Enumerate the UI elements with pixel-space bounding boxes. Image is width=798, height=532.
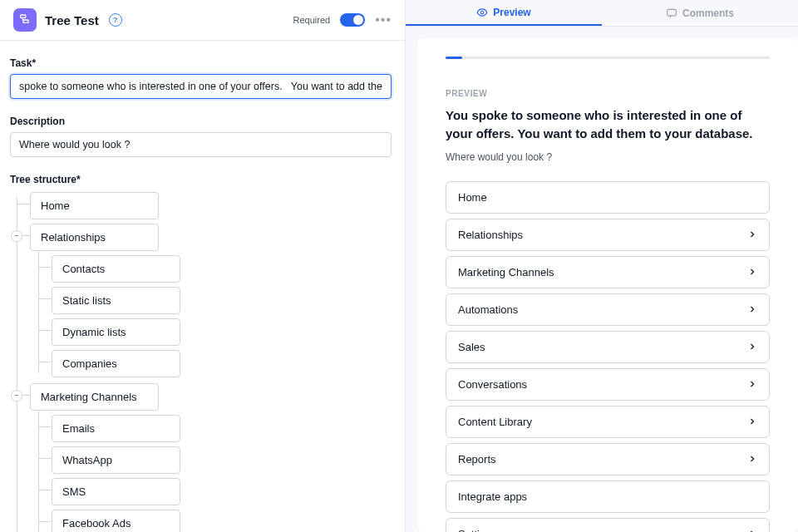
- tree-node-contacts[interactable]: Contacts: [52, 255, 180, 283]
- chevron-right-icon: [747, 267, 757, 277]
- chevron-right-icon: [747, 529, 757, 532]
- preview-item[interactable]: Content Library: [446, 406, 770, 438]
- preview-item[interactable]: Integrate apps: [446, 480, 770, 513]
- preview-item-label: Marketing Channels: [458, 266, 554, 278]
- tree-node-label: Emails: [62, 422, 95, 435]
- preview-item-label: Relationships: [458, 229, 523, 241]
- comment-icon: [666, 7, 677, 19]
- page-title: Tree Test: [45, 13, 99, 27]
- preview-item[interactable]: Relationships: [446, 219, 770, 251]
- preview-item[interactable]: Marketing Channels: [446, 256, 770, 288]
- preview-item-label: Automations: [458, 303, 518, 316]
- chevron-right-icon: [747, 304, 757, 314]
- preview-item-list: HomeRelationshipsMarketing ChannelsAutom…: [446, 181, 770, 533]
- tree-node-label: Dynamic lists: [62, 326, 126, 338]
- task-input[interactable]: [10, 74, 392, 99]
- preview-item-label: Reports: [458, 453, 496, 466]
- tree-test-logo-icon: [13, 8, 37, 32]
- tree-node-marketing-channels[interactable]: Marketing Channels: [30, 383, 159, 411]
- preview-item[interactable]: Automations: [446, 293, 770, 326]
- description-input[interactable]: [10, 132, 392, 157]
- tab-preview[interactable]: Preview: [406, 0, 602, 26]
- chevron-right-icon: [747, 454, 757, 464]
- collapse-marketing-icon[interactable]: −: [11, 390, 22, 401]
- tree-node-home[interactable]: Home: [30, 192, 159, 219]
- chevron-right-icon: [747, 229, 757, 239]
- preview-item[interactable]: Sales: [446, 331, 770, 363]
- tree-structure-label: Tree structure*: [10, 174, 392, 185]
- tree-node-label: Static lists: [62, 294, 111, 307]
- tree-node-label: Facebook Ads: [62, 517, 131, 530]
- required-toggle[interactable]: [340, 13, 365, 27]
- preview-card: PREVIEW You spoke to someone who is inte…: [417, 38, 798, 532]
- tab-label: Preview: [493, 7, 530, 18]
- description-label: Description: [10, 116, 392, 127]
- chevron-right-icon: [747, 379, 757, 389]
- tree-node-label: Marketing Channels: [41, 391, 137, 403]
- preview-task-desc: Where would you look ?: [446, 151, 770, 163]
- tree-node-dynamic-lists[interactable]: Dynamic lists: [52, 318, 180, 346]
- tree-node-relationships[interactable]: Relationships: [30, 224, 159, 251]
- required-label: Required: [293, 15, 331, 25]
- svg-point-2: [481, 11, 485, 14]
- tab-label: Comments: [682, 7, 734, 19]
- more-menu-icon[interactable]: •••: [375, 13, 392, 27]
- tree-node-static-lists[interactable]: Static lists: [52, 287, 180, 314]
- editor-header: Tree Test ? Required •••: [0, 0, 405, 41]
- preview-item-label: Home: [458, 191, 487, 204]
- preview-item[interactable]: Reports: [446, 443, 770, 475]
- chevron-right-icon: [747, 342, 757, 352]
- tree-structure-editor: − − Home Relationships Contacts Static l…: [10, 190, 392, 532]
- collapse-relationships-icon[interactable]: −: [11, 230, 22, 242]
- chevron-right-icon: [747, 416, 757, 426]
- tree-node-label: WhatsApp: [62, 454, 112, 466]
- tree-node-label: SMS: [62, 485, 86, 498]
- tree-node-label: Home: [41, 200, 70, 212]
- preview-item-label: Settings: [458, 528, 497, 533]
- preview-item-label: Sales: [458, 341, 485, 353]
- tree-node-companies[interactable]: Companies: [52, 350, 180, 377]
- preview-task-title: You spoke to someone who is interested i…: [446, 106, 770, 143]
- preview-item[interactable]: Conversations: [446, 368, 770, 401]
- preview-item-label: Conversations: [458, 378, 527, 391]
- svg-rect-3: [667, 9, 677, 16]
- right-tabs: Preview Comments: [406, 0, 798, 27]
- tab-comments[interactable]: Comments: [602, 0, 798, 26]
- preview-item[interactable]: Settings: [446, 518, 770, 533]
- help-icon[interactable]: ?: [109, 13, 122, 27]
- tree-node-label: Companies: [62, 357, 117, 370]
- preview-item-label: Integrate apps: [458, 490, 527, 503]
- tree-node-label: Relationships: [41, 231, 106, 244]
- tree-node-label: Contacts: [62, 263, 105, 275]
- preview-item-label: Content Library: [458, 416, 532, 428]
- tree-node-facebook-ads[interactable]: Facebook Ads: [52, 510, 180, 532]
- eye-icon: [476, 7, 488, 18]
- progress-bar: [446, 57, 770, 59]
- tree-node-whatsapp[interactable]: WhatsApp: [52, 446, 180, 474]
- tree-node-emails[interactable]: Emails: [52, 415, 180, 442]
- preview-badge: PREVIEW: [446, 89, 770, 98]
- task-label: Task*: [10, 57, 392, 69]
- preview-item[interactable]: Home: [446, 181, 770, 214]
- tree-node-sms[interactable]: SMS: [52, 478, 180, 505]
